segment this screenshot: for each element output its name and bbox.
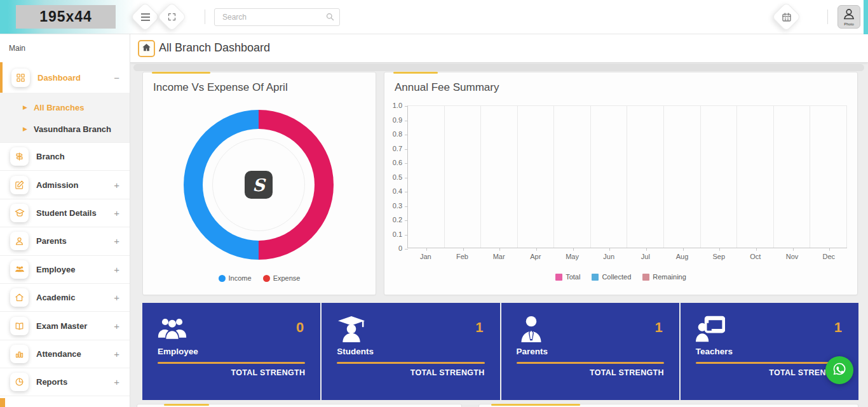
teacher-icon	[696, 316, 725, 342]
expand-indicator: +	[114, 321, 119, 331]
sidebar-item-branch[interactable]: Branch	[0, 142, 130, 170]
whatsapp-button[interactable]	[825, 356, 853, 384]
search-icon[interactable]	[325, 12, 335, 24]
sidebar-subitem-all-branches[interactable]: ▶All Branches	[0, 97, 130, 118]
legend-item-remaining: Remaining	[642, 273, 686, 281]
app-logo[interactable]: 195x44	[16, 5, 116, 29]
search-input[interactable]	[214, 8, 340, 26]
income-expense-title: Income Vs Expense Of April	[153, 81, 288, 94]
sidebar-item-parents[interactable]: Parents+	[0, 227, 130, 255]
y-axis-tick	[405, 192, 408, 192]
sidebar-item-label: Academic	[36, 293, 114, 302]
sidebar-item-exam-master[interactable]: Exam Master+	[0, 311, 130, 339]
people-icon	[10, 260, 29, 279]
stat-caption: TOTAL STRENGTH	[410, 368, 485, 377]
header-divider-right	[827, 10, 828, 24]
y-axis-tick	[405, 106, 408, 107]
grid-icon	[11, 69, 30, 87]
stat-value: 1	[834, 319, 842, 336]
annual-fee-chart-plot	[407, 105, 847, 248]
x-axis-tick	[573, 248, 574, 251]
fullscreen-button[interactable]	[157, 2, 187, 32]
sidebar-nav-list: BranchAdmission+Student Details+Parents+…	[0, 142, 130, 396]
expand-indicator: +	[114, 208, 119, 218]
stat-value: 0	[296, 319, 304, 336]
x-axis-label: Nov	[774, 253, 811, 260]
collapse-indicator: −	[114, 72, 119, 83]
x-axis-tick	[536, 248, 537, 251]
y-axis-tick-label: 1.0	[364, 102, 402, 109]
stat-label: Employee	[158, 347, 198, 356]
sidebar-subitem-vasundhara-branch[interactable]: ▶Vasundhara Branch	[0, 118, 130, 140]
gridline-column	[554, 106, 591, 248]
x-axis-tick	[793, 248, 794, 251]
gridline-column	[737, 106, 774, 248]
legend-swatch	[642, 274, 649, 281]
sidebar-toggle-button[interactable]	[130, 2, 160, 32]
x-axis-label: Dec	[810, 253, 847, 260]
stat-value: 1	[475, 319, 483, 336]
x-axis-tick	[609, 248, 610, 251]
y-axis-tick	[405, 235, 408, 236]
stat-caption: TOTAL STRENGTH	[590, 368, 664, 377]
sidebar-section-label: Main	[9, 44, 25, 53]
sidebar-item-label: Reports	[36, 377, 114, 387]
x-axis-tick	[499, 248, 500, 251]
y-axis-tick	[405, 135, 408, 135]
sidebar-item-admission[interactable]: Admission+	[0, 170, 130, 198]
gridline-column	[664, 106, 701, 248]
gridline-column	[701, 106, 738, 248]
bar-chart-icon	[10, 345, 29, 363]
top-header: 195x44 Photo	[0, 0, 868, 34]
home-icon	[142, 43, 151, 55]
expand-indicator: +	[114, 292, 119, 303]
card-accent-line	[393, 72, 438, 74]
parent-icon	[517, 316, 546, 342]
calendar-button[interactable]	[771, 2, 801, 32]
page-title: All Branch Dashboard	[159, 41, 270, 55]
user-avatar[interactable]: Photo	[837, 5, 860, 29]
stat-divider-line	[158, 362, 305, 364]
gridline-column	[591, 106, 628, 248]
stat-divider-line	[696, 362, 843, 364]
fee-x-axis-labels: JanFebMarAprMayJunJulAugSepOctNovDec	[407, 253, 847, 260]
caret-icon: ▶	[23, 104, 27, 110]
sidebar-item-label: Student Details	[36, 208, 114, 218]
legend-dot	[263, 275, 270, 282]
y-axis-tick-label: 0.2	[364, 216, 402, 224]
x-axis-label: Mar	[480, 253, 517, 260]
sidebar-item-academic[interactable]: Academic+	[0, 283, 130, 311]
sidebar-item-dashboard[interactable]: Dashboard −	[0, 62, 130, 93]
next-row-card	[478, 404, 858, 407]
sidebar-item-student-details[interactable]: Student Details+	[0, 199, 130, 227]
person-placeholder-icon	[843, 8, 855, 23]
x-axis-label: Aug	[664, 253, 701, 260]
card-accent-line	[152, 72, 210, 74]
legend-swatch	[555, 274, 562, 281]
person-icon	[10, 232, 29, 250]
hamburger-icon	[135, 7, 155, 27]
x-axis-tick	[756, 248, 757, 251]
gridline-column	[408, 106, 445, 248]
x-axis-tick	[426, 248, 427, 251]
sidebar-item-label: Branch	[36, 152, 119, 161]
subitem-label: Vasundhara Branch	[34, 124, 111, 134]
horizontal-scrollbar[interactable]	[133, 64, 864, 71]
sidebar-item-employee[interactable]: Employee+	[0, 255, 130, 283]
legend-swatch	[592, 274, 599, 281]
sidebar-item-attendance[interactable]: Attendance+	[0, 340, 130, 368]
gridline-column	[774, 106, 811, 248]
stat-card-teachers: 1TeachersTOTAL STRENGTH	[681, 303, 858, 400]
next-row-card	[137, 404, 462, 407]
y-axis-tick-label: 0.4	[364, 187, 402, 195]
y-axis-tick-label: 0.1	[364, 230, 402, 238]
stat-label: Teachers	[696, 347, 733, 356]
sidebar-scroll-accent	[0, 398, 5, 407]
sidebar-item-reports[interactable]: Reports+	[0, 368, 130, 396]
stat-value: 1	[655, 319, 663, 336]
home-button[interactable]	[138, 40, 155, 57]
card-accent-line	[491, 404, 580, 406]
legend-dot	[219, 275, 226, 282]
legend-item-expense: Expense	[263, 274, 301, 282]
income-expense-card: Income Vs Expense Of April S IncomeExpen…	[142, 72, 376, 295]
